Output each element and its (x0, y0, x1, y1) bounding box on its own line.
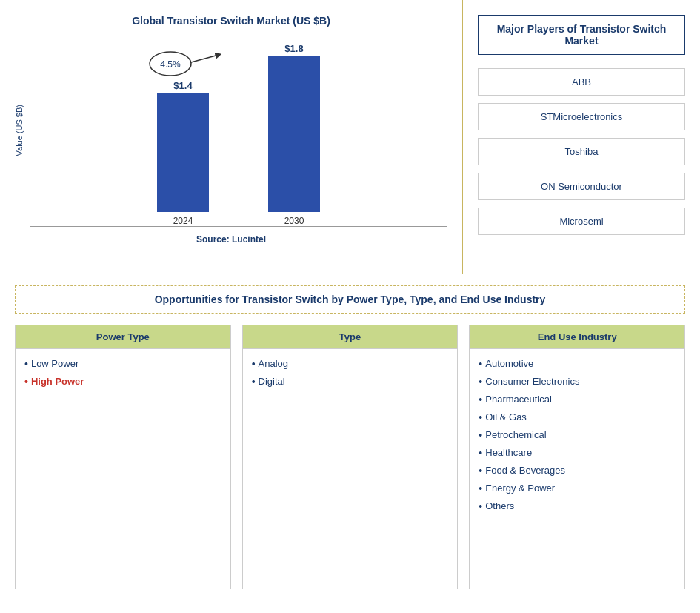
chart-title: Global Transistor Switch Market (US $B) (15, 15, 447, 27)
petrochemical-item: Petrochemical (479, 429, 676, 441)
power-type-content: Low Power High Power (16, 349, 230, 589)
pharmaceutical-item: Pharmaceutical (479, 394, 676, 405)
opportunities-title: Opportunities for Transistor Switch by P… (15, 285, 685, 314)
bottom-section: Opportunities for Transistor Switch by P… (0, 274, 700, 613)
y-axis-label: Value (US $B) (15, 105, 24, 156)
bar-chart: 4.5% $1.4 (30, 34, 447, 227)
energy-power-item: Energy & Power (479, 483, 676, 494)
bar-label-2030: 2030 (284, 216, 304, 226)
chart-area: Global Transistor Switch Market (US $B) … (0, 0, 463, 274)
bar-value-2030: $1.8 (284, 43, 303, 54)
healthcare-item: Healthcare (479, 447, 676, 459)
food-beverages-item: Food & Beverages (479, 465, 676, 477)
bar-2030 (268, 56, 320, 212)
player-toshiba: Toshiba (478, 138, 685, 165)
bars-container: $1.4 2024 $1.8 2030 (30, 34, 447, 226)
end-use-header: End Use Industry (470, 325, 684, 349)
chart-inner: Value (US $B) 4.5% (15, 34, 447, 227)
others-item: Others (479, 500, 676, 512)
major-players-panel: Major Players of Transistor Switch Marke… (463, 0, 700, 274)
source-text: Source: Lucintel (15, 234, 447, 245)
low-power-item: Low Power (24, 358, 221, 370)
end-use-content: Automotive Consumer Electronics Pharmace… (470, 349, 684, 589)
end-use-column: End Use Industry Automotive Consumer Ele… (469, 325, 685, 589)
bar-group-2024: $1.4 2024 (157, 80, 209, 226)
player-abb: ABB (478, 68, 685, 96)
top-section: Global Transistor Switch Market (US $B) … (0, 0, 700, 274)
main-container: Global Transistor Switch Market (US $B) … (0, 0, 700, 613)
automotive-item: Automotive (479, 358, 676, 370)
players-title: Major Players of Transistor Switch Marke… (478, 15, 685, 55)
bar-label-2024: 2024 (173, 216, 193, 226)
player-stmicro: STMicroelectronics (478, 103, 685, 130)
oil-gas-item: Oil & Gas (479, 411, 676, 423)
player-on-semi: ON Semiconductor (478, 173, 685, 200)
bar-value-2024: $1.4 (173, 80, 192, 91)
high-power-item: High Power (24, 376, 221, 388)
player-microsemi: Microsemi (478, 208, 685, 235)
type-header: Type (243, 325, 458, 349)
bar-2024 (157, 93, 209, 212)
digital-item: Digital (252, 376, 449, 388)
power-type-header: Power Type (16, 325, 230, 349)
analog-item: Analog (252, 358, 449, 370)
opportunities-grid: Power Type Low Power High Power Type Ana… (15, 325, 685, 589)
type-content: Analog Digital (243, 349, 458, 589)
consumer-electronics-item: Consumer Electronics (479, 376, 676, 388)
bar-group-2030: $1.8 2030 (268, 43, 320, 226)
power-type-column: Power Type Low Power High Power (15, 325, 231, 589)
type-column: Type Analog Digital (242, 325, 459, 589)
chart-baseline (30, 226, 447, 227)
